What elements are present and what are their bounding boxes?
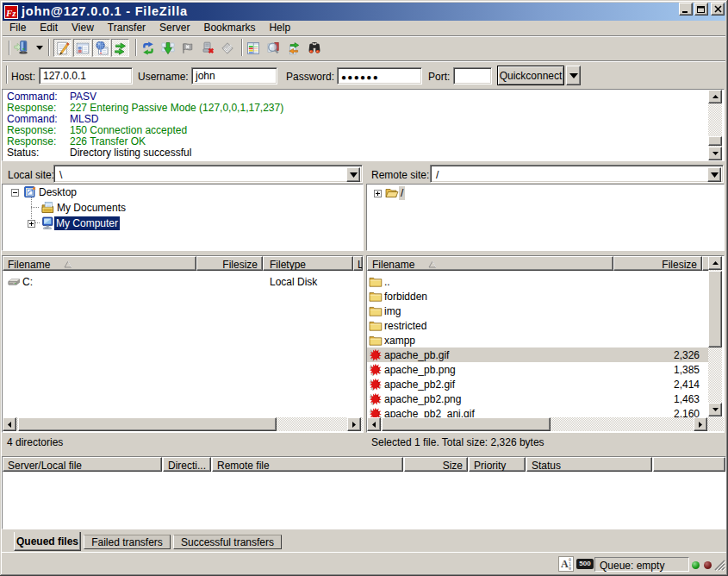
log-scroll-thumb[interactable] [708,136,722,146]
queue-column-priority[interactable]: Priority [469,457,526,472]
password-input[interactable]: ●●●●●● [337,67,422,85]
quickconnect-gripper[interactable] [6,66,8,84]
tab-successful-transfers[interactable]: Successful transfers [173,535,282,549]
tree-item-my-documents[interactable]: My Documents [28,200,128,216]
local-site-value[interactable]: \ [57,168,346,180]
queue-column-server-local-file[interactable]: Server/Local file [3,457,162,472]
filter-icon[interactable] [246,41,260,55]
drive-icon [7,275,21,289]
svg-text:Fz: Fz [5,7,16,17]
log-scroll-up-button[interactable] [708,90,722,103]
menu-server[interactable]: Server [152,20,196,36]
tree-label-root[interactable]: / [399,186,405,200]
remote-site-combo-button[interactable] [707,167,721,182]
local-scroll-right-button[interactable] [347,417,361,431]
local-scroll-left-button[interactable] [3,417,16,431]
quickconnect-dropdown-button[interactable] [566,66,581,85]
tab-failed-transfers[interactable]: Failed transfers [84,535,171,549]
remote-scroll-left-button[interactable] [367,417,381,431]
menu-transfer[interactable]: Transfer [101,20,152,36]
column-label: Size [443,460,463,472]
remote-site-combo[interactable]: / [430,165,724,183]
refresh-icon[interactable] [141,41,155,55]
menu-view[interactable]: View [65,20,101,36]
remote-file-row[interactable]: forbidden [367,289,708,304]
remote-scroll-down-button[interactable] [708,403,722,416]
remote-file-row[interactable]: xampp [367,333,708,347]
column-label: Priority [474,460,506,472]
remote-file-row[interactable]: restricted [367,318,708,333]
username-input[interactable]: john [191,67,277,85]
menu-edit[interactable]: Edit [33,20,65,36]
log-line-text: 150 Connection accepted [70,124,187,136]
log-scroll-down-button[interactable] [708,147,722,160]
expand-icon[interactable] [374,190,382,197]
tree-item-my-computer[interactable]: My Computer [28,216,120,231]
expand-icon[interactable] [28,220,35,228]
cancel-icon[interactable] [181,41,195,55]
remote-column-filename[interactable]: Filename [367,256,613,271]
directory-comparison-icon[interactable] [266,41,280,55]
toggle-transfer-queue-button[interactable] [111,39,129,57]
queue-column-remote-file[interactable]: Remote file [212,457,403,472]
activity-led-red [704,561,712,569]
menu-bookmarks[interactable]: Bookmarks [196,20,262,36]
remote-site-value[interactable]: / [433,168,707,180]
column-label: Remote file [217,460,270,472]
column-label: Status [532,460,561,472]
local-file-row-c-drive[interactable]: C: Local Disk [3,274,363,289]
close-button[interactable] [711,3,725,16]
tree-label-my-computer[interactable]: My Computer [54,216,120,230]
local-column-last-modified[interactable]: L [353,256,363,271]
process-queue-icon[interactable] [161,41,175,55]
resize-grip[interactable] [713,559,725,571]
queue-column-direction[interactable]: Directi... [163,457,211,472]
queue-column-empty[interactable] [653,457,725,472]
local-column-filename[interactable]: Filename [3,256,196,271]
tab-queued-files[interactable]: Queued files [14,532,81,551]
toolbar-gripper[interactable] [9,41,10,55]
collapse-icon[interactable] [11,189,19,197]
menu-file[interactable]: File [3,20,33,36]
disconnect-icon[interactable] [201,41,215,55]
quickconnect-button[interactable]: Quickconnect [497,66,564,85]
port-label: Port: [428,71,450,83]
local-hscroll-thumb[interactable] [18,417,277,431]
remote-hscroll-thumb[interactable] [382,417,551,431]
remote-file-row[interactable]: apache_pb.png 1,385 [367,362,708,377]
maximize-button[interactable] [694,3,708,16]
remote-file-row[interactable]: apache_pb2.gif 2,414 [367,377,708,391]
local-site-combo[interactable]: \ [53,165,363,183]
site-manager-dropdown-icon[interactable] [36,46,43,50]
remote-file-row[interactable]: apache_pb2.png 1,463 [367,391,708,406]
local-file-list: Filename Filesize Filetype L C: Local Di… [2,255,364,433]
local-site-combo-button[interactable] [346,167,360,182]
remote-scroll-right-button[interactable] [694,417,707,431]
local-column-filesize[interactable]: Filesize [196,256,263,271]
remote-column-filesize[interactable]: Filesize [613,256,702,271]
remote-vscroll-thumb[interactable] [708,271,722,347]
my-computer-icon [40,216,54,230]
sort-ascending-icon [64,260,72,268]
port-input[interactable] [453,67,492,85]
site-manager-icon[interactable] [14,41,28,54]
tree-item-root[interactable]: / [374,185,405,201]
queue-column-size[interactable]: Size [404,457,468,472]
queue-column-status[interactable]: Status [526,457,652,472]
reconnect-icon[interactable] [221,41,234,55]
local-column-filetype[interactable]: Filetype [263,256,353,271]
tab-label: Queued files [16,535,78,548]
host-input[interactable]: 127.0.0.1 [39,67,133,85]
toggle-local-tree-button[interactable] [73,39,91,57]
find-files-icon[interactable] [308,41,321,55]
menu-help[interactable]: Help [262,20,297,36]
minimize-button[interactable] [679,3,693,16]
toggle-remote-tree-button[interactable] [92,39,110,57]
toggle-message-log-button[interactable] [53,39,72,57]
remote-file-row[interactable]: .. [367,274,708,289]
remote-scroll-up-button[interactable] [708,256,722,270]
tree-item-desktop[interactable]: Desktop [11,185,78,200]
synchronized-browsing-icon[interactable] [287,41,301,55]
remote-file-row[interactable]: img [367,304,708,318]
remote-file-row-selected[interactable]: apache_pb.gif 2,326 [367,347,708,362]
